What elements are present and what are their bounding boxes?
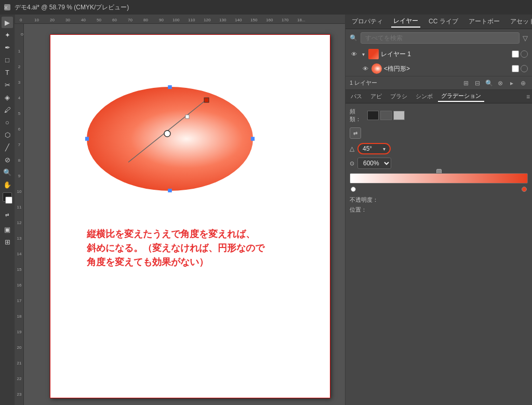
gradient-bar[interactable] [350,173,528,184]
svg-point-48 [164,130,170,137]
svg-text:30: 30 [65,18,70,22]
angle-row: △ ▾ [350,143,528,154]
vertical-ruler: 0 1 2 3 4 5 6 7 8 9 10 11 12 13 14 15 16 [15,24,24,405]
gradient-bar-container [350,173,528,192]
layer-row-1[interactable]: 👁 ▾ レイヤー 1 [345,47,532,61]
layer-opt-square-ellipse [512,65,519,72]
tab-properties[interactable]: プロパティ [350,16,385,27]
svg-text:0: 0 [20,18,22,22]
svg-text:3: 3 [18,80,21,85]
direct-selection-tool[interactable]: ✦ [2,29,13,41]
stop-left[interactable] [351,187,356,192]
layers-panel: 👁 ▾ レイヤー 1 👁 <楕円形> [345,47,532,76]
svg-text:16: 16 [17,283,22,288]
rectangle-tool[interactable]: □ [2,54,13,66]
bottom-icon-5[interactable]: ▸ [507,79,516,88]
svg-text:100: 100 [172,18,180,22]
stroke-color[interactable] [5,197,12,204]
hand-tool[interactable]: ✋ [2,179,13,190]
screen-mode[interactable]: ⊞ [2,236,13,247]
svg-text:0: 0 [20,33,24,35]
left-toolbar: ▶ ✦ ✒ □ T ✂ ◈ 🖊 ○ ⬡ ╱ ⊘ 🔍 ✋ ⇄ ▣ ⊞ [0,15,15,405]
svg-text:17: 17 [17,298,22,303]
svg-text:90: 90 [159,18,164,22]
svg-text:50: 50 [97,18,101,22]
svg-text:18...: 18... [297,18,305,22]
svg-text:23: 23 [17,392,22,397]
bottom-icon-2[interactable]: ⊟ [473,79,482,88]
filter-icon[interactable]: ▽ [523,34,528,42]
title-bar: × デモ4.ai* @ 58.79 % (CMYK/プレビュー) [0,0,532,15]
layer-count-text: 1 レイヤー [350,79,377,87]
visibility-icon-ellipse[interactable]: 👁 [361,64,369,73]
svg-text:20: 20 [50,18,55,22]
grad-tab-symbol[interactable]: シンボ [413,92,436,101]
tab-artboards[interactable]: アートボー [467,16,502,27]
canvas-scroll[interactable]: 縦横比を変えたうえで角度を変えれば、 斜めになる。（変えなければ、円形なので 角… [24,24,345,405]
search-input[interactable] [361,32,520,44]
layer-name-1: レイヤー 1 [381,50,510,59]
reverse-gradient-icon[interactable]: ⇄ [350,127,361,139]
expand-icon-1[interactable]: ▾ [360,51,366,57]
bottom-icon-4[interactable]: ⊗ [496,79,505,88]
tab-assets[interactable]: アセットの [508,16,532,27]
polygon-tool[interactable]: ⬡ [2,129,13,140]
grad-tab-gradient[interactable]: グラデーション [438,91,484,102]
layer-row-ellipse[interactable]: 👁 <楕円形> [345,61,532,76]
ellipse-tool[interactable]: ○ [2,116,13,128]
angle-dropdown-icon[interactable]: ▾ [383,146,385,152]
swatch-gray[interactable] [380,111,392,120]
gradient-panel-menu[interactable]: ≡ [526,93,530,100]
svg-text:8: 8 [18,158,21,163]
tab-layers[interactable]: レイヤー [391,16,420,28]
search-bar: 🔍 ▽ [345,29,532,47]
svg-text:12: 12 [17,220,22,225]
angle-input-container[interactable]: ▾ [357,143,391,154]
scale-icon: ⊙ [350,160,354,167]
color-stops-row: ⇄ [350,127,528,139]
scissors-tool[interactable]: ✂ [2,79,13,90]
pen-tool[interactable]: ✒ [2,42,13,53]
type-tool[interactable]: T [2,67,13,78]
svg-text:5: 5 [18,111,21,116]
color-mode[interactable]: ▣ [2,224,13,235]
gradient-panel-tabs: パス アピ ブラシ シンボ グラデーション ≡ [345,90,532,103]
svg-text:7: 7 [18,142,21,147]
bottom-icon-1[interactable]: ⊞ [461,79,471,88]
bottom-icon-6[interactable]: ⊕ [518,79,528,88]
visibility-icon-1[interactable]: 👁 [350,50,358,58]
annotation-text: 縦横比を変えたうえで角度を変えれば、 斜めになる。（変えなければ、円形なので 角… [87,227,264,269]
bottom-icon-3[interactable]: 🔍 [484,79,494,88]
svg-rect-0 [15,15,345,24]
layer-opt-circle-ellipse [521,65,528,72]
scale-select[interactable]: 600% 100% 200% [357,158,391,169]
layers-bottom: 1 レイヤー ⊞ ⊟ 🔍 ⊗ ▸ ⊕ [345,76,532,90]
svg-text:10: 10 [34,18,39,22]
tab-cc-live[interactable]: CC ライブ [427,16,460,27]
gradient-tool[interactable]: ◈ [2,92,13,103]
paintbrush-tool[interactable]: 🖊 [2,104,13,115]
scale-row: ⊙ 600% 100% 200% [350,158,528,169]
grad-tab-appearance[interactable]: アピ [367,92,385,101]
swatch-black[interactable] [367,111,379,120]
grad-tab-brush[interactable]: ブラシ [387,92,410,101]
opacity-label: 不透明度： [350,196,378,204]
line-tool[interactable]: ╱ [2,141,13,153]
svg-text:14: 14 [17,252,22,256]
eraser-tool[interactable]: ⊘ [2,154,13,165]
zoom-tool[interactable]: 🔍 [2,166,13,178]
swatch-white[interactable] [393,111,405,120]
svg-text:20: 20 [17,345,22,350]
grad-tab-path[interactable]: パス [348,92,365,101]
ellipse-container [87,87,253,191]
svg-text:6: 6 [18,127,21,132]
selection-tool[interactable]: ▶ [2,17,13,28]
stop-right[interactable] [522,187,527,192]
svg-text:19: 19 [17,330,22,334]
type-row: 頻類： [350,108,528,123]
close-button[interactable]: × [4,4,10,10]
horizontal-ruler: 0 10 20 30 40 50 60 70 80 90 100 110 120… [15,15,345,24]
angle-input[interactable] [363,145,381,152]
swap-colors[interactable]: ⇄ [2,209,13,220]
gradient-tool-overlay [87,87,253,191]
